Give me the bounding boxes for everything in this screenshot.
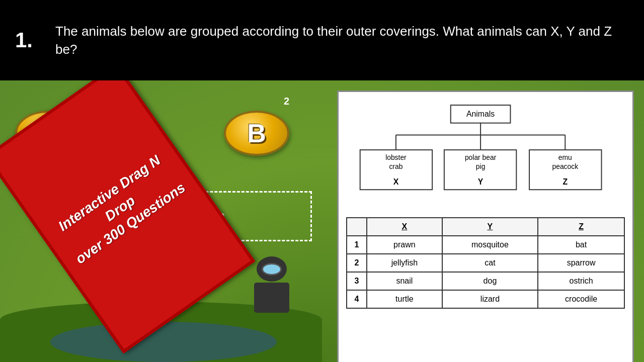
svg-text:polar bear: polar bear — [465, 153, 497, 161]
question-number: 1. — [15, 28, 45, 52]
row-x-val: prawn — [367, 236, 442, 254]
badge-b-oval: B — [224, 111, 289, 156]
svg-text:Z: Z — [562, 177, 568, 186]
svg-text:emu: emu — [558, 153, 572, 161]
diver-mask — [262, 263, 282, 276]
row-x-val: snail — [367, 272, 442, 290]
row-y-val: dog — [442, 272, 538, 290]
badge-b-letter: B — [247, 118, 266, 148]
table-row: 1prawnmosquitoebat — [347, 236, 624, 254]
question-bar: 1. The animals below are grouped accordi… — [0, 0, 644, 80]
row-y-val: mosquitoe — [442, 236, 538, 254]
row-num: 3 — [347, 272, 367, 290]
svg-text:pig: pig — [476, 162, 485, 170]
row-z-val: bat — [538, 236, 624, 254]
table-row: 3snaildogostrich — [347, 272, 624, 290]
badge-b-number: 2 — [284, 96, 289, 107]
svg-text:peacock: peacock — [552, 162, 578, 170]
water-decoration — [50, 322, 277, 362]
row-y-val: cat — [442, 254, 538, 272]
row-x-val: jellyfish — [367, 254, 442, 272]
row-y-val: lizard — [442, 290, 538, 308]
answer-table: X Y Z 1prawnmosquitoebat2jellyfishcatspa… — [346, 217, 625, 309]
diagram-panel: Animals lobster crab X polar bear pig Y … — [337, 90, 634, 362]
row-x-val: turtle — [367, 290, 442, 308]
row-z-val: ostrich — [538, 272, 624, 290]
col-x: X — [367, 218, 442, 236]
banner-text: Interactive Drag N Dropover 300 Question… — [36, 136, 205, 281]
tree-diagram: Animals lobster crab X polar bear pig Y … — [346, 100, 625, 210]
svg-text:X: X — [393, 177, 399, 186]
col-y: Y — [442, 218, 538, 236]
question-text: The animals below are grouped according … — [55, 22, 629, 59]
col-num — [347, 218, 367, 236]
row-z-val: sparrow — [538, 254, 624, 272]
row-num: 4 — [347, 290, 367, 308]
row-num: 2 — [347, 254, 367, 272]
table-body: 1prawnmosquitoebat2jellyfishcatsparrow3s… — [347, 236, 624, 308]
badge-b: 2 B — [224, 111, 289, 156]
table-row: 4turtlelizardcrocodile — [347, 290, 624, 308]
row-num: 1 — [347, 236, 367, 254]
svg-text:lobster: lobster — [385, 153, 407, 161]
diver-head — [257, 256, 287, 282]
svg-text:Y: Y — [478, 177, 484, 186]
svg-text:Animals: Animals — [466, 110, 495, 118]
table-row: 2jellyfishcatsparrow — [347, 254, 624, 272]
col-z: Z — [538, 218, 624, 236]
diver-character — [242, 256, 302, 322]
main-area: 1 A 2 B 3 C Drop Ans 193 sec — [0, 80, 644, 362]
row-z-val: crocodile — [538, 290, 624, 308]
svg-text:crab: crab — [389, 162, 403, 170]
diver-torso — [254, 283, 289, 313]
